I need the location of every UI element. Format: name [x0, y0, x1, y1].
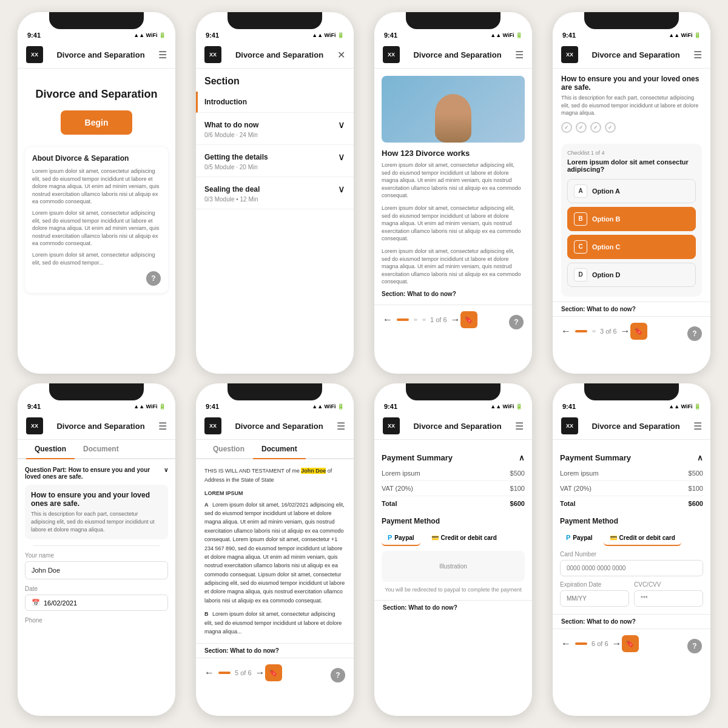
- video-thumbnail[interactable]: ▶: [382, 76, 525, 143]
- option-b-text: Option B: [592, 215, 620, 223]
- menu-getting-sub: 0/5 Module · 20 Min: [204, 164, 345, 170]
- app-title: Divorce and Separation: [235, 422, 323, 431]
- progress-dot-1: [414, 318, 417, 321]
- begin-button[interactable]: Begin: [61, 110, 133, 135]
- status-time: 9:41: [562, 32, 576, 39]
- app-title: Divorce and Separation: [56, 422, 144, 431]
- option-d-letter: D: [574, 268, 587, 281]
- paypal-label: Paypal: [394, 534, 414, 541]
- menu-icon[interactable]: ☰: [693, 420, 702, 432]
- next-arrow[interactable]: →: [612, 638, 622, 649]
- doc-block-a-text: Lorem ipsum dolor sit amet, 16/02/2021 a…: [204, 502, 345, 604]
- page-indicator: 6 of 6: [592, 640, 608, 647]
- total-label: Total: [560, 500, 575, 507]
- payment-row-1: Lorem ipsum $500: [382, 466, 525, 481]
- help-button[interactable]: ?: [509, 315, 524, 329]
- notch: [228, 383, 322, 400]
- status-icons: ▲▲ WiFi 🔋: [490, 32, 522, 38]
- exp-input[interactable]: [560, 590, 629, 607]
- tab-question[interactable]: Question: [204, 440, 253, 459]
- payment-summary-title: Payment Summary ∧: [382, 447, 525, 466]
- progress-active: [575, 642, 587, 645]
- progress-active: [575, 330, 587, 332]
- paypal-tab[interactable]: P Paypal: [382, 530, 420, 546]
- payment-tabs: P Paypal 💳 Credit or debit card: [382, 530, 525, 546]
- option-c-letter: C: [574, 240, 587, 254]
- bookmark-button[interactable]: 🔖: [630, 323, 647, 340]
- paypal-logo: P: [566, 534, 570, 541]
- option-a-letter: A: [574, 184, 587, 198]
- menu-item-intro[interactable]: Introduction: [196, 92, 354, 113]
- question-card: How to ensure you and your loved ones ar…: [25, 485, 168, 539]
- card-tab[interactable]: 💳 Credit or debit card: [425, 530, 503, 546]
- menu-icon[interactable]: ☰: [158, 420, 167, 432]
- payment-method-title: Payment Method: [382, 517, 525, 525]
- check-row: ✓ ✓ ✓ ✓: [553, 122, 710, 139]
- tab-question[interactable]: Question: [26, 440, 75, 459]
- doc-block-b: B Lorem ipsum dolor sit amet, consectetu…: [204, 610, 345, 636]
- menu-item-sealing[interactable]: Sealing the deal ∨ 0/3 Module • 12 Min: [196, 177, 354, 209]
- bookmark-button[interactable]: 🔖: [460, 311, 477, 328]
- progress-dot-2: [422, 318, 426, 321]
- screen-video-content: 9:41 ▲▲ WiFi 🔋 XX Divorce and Separation…: [374, 12, 532, 374]
- menu-icon[interactable]: ☰: [515, 49, 524, 61]
- date-input[interactable]: 📅 16/02/2021: [25, 595, 168, 611]
- prev-arrow[interactable]: ←: [561, 326, 571, 337]
- progress-dot-active: [397, 318, 409, 321]
- checklist-card: Checklist 1 of 4 Lorem ipsum dolor sit a…: [561, 144, 702, 297]
- menu-icon[interactable]: ☰: [158, 49, 167, 61]
- payment-row-total: Total $600: [560, 496, 703, 511]
- welcome-title: Divorce and Separation: [25, 88, 168, 101]
- card-number-input[interactable]: [560, 560, 703, 576]
- next-arrow[interactable]: →: [255, 667, 265, 678]
- chevron-icon: ∨: [338, 183, 345, 195]
- option-a-text: Option A: [592, 187, 620, 195]
- bookmark-button[interactable]: 🔖: [622, 635, 639, 652]
- tab-document[interactable]: Document: [75, 440, 127, 459]
- chevron-icon: ∨: [338, 151, 345, 163]
- payment-value-1: $500: [510, 470, 525, 477]
- cvc-input[interactable]: [634, 590, 703, 607]
- tab-bar: Question Document: [18, 440, 175, 459]
- doc-letter-b: B: [204, 611, 209, 617]
- bookmark-button[interactable]: 🔖: [265, 664, 282, 681]
- person-image: [435, 94, 471, 143]
- next-arrow[interactable]: →: [621, 326, 630, 337]
- intro-label: Introduction: [204, 98, 345, 106]
- payment-value-1: $500: [689, 470, 703, 477]
- menu-icon[interactable]: ☰: [337, 420, 345, 432]
- menu-icon[interactable]: ☰: [693, 49, 702, 61]
- menu-item-getting[interactable]: Getting the details ∨ 0/5 Module · 20 Mi…: [196, 145, 354, 177]
- help-button[interactable]: ?: [146, 271, 161, 286]
- prev-arrow[interactable]: ←: [204, 667, 214, 678]
- doc-intro-text: THIS IS WILL AND TESTAMENT of me: [204, 468, 300, 474]
- prev-arrow[interactable]: ←: [383, 314, 393, 325]
- section-heading: Section: [196, 69, 354, 92]
- nav-bar: ← 3 of 6 → 🔖 ?: [553, 316, 710, 346]
- option-d[interactable]: D Option D: [567, 263, 696, 287]
- help-button[interactable]: ?: [687, 326, 702, 341]
- progress-active: [218, 672, 231, 674]
- option-c[interactable]: C Option C: [567, 235, 696, 259]
- next-arrow[interactable]: →: [451, 314, 460, 325]
- question-part-label: Question Part: How to ensure you and you…: [25, 467, 168, 480]
- prev-arrow[interactable]: ←: [561, 638, 571, 649]
- menu-item-what[interactable]: What to do now ∨ 0/6 Module · 24 Min: [196, 113, 354, 145]
- payment-card-content: Payment Summary ∧ Lorem ipsum $500 VAT (…: [553, 440, 710, 614]
- help-button[interactable]: ?: [331, 668, 345, 682]
- tab-document[interactable]: Document: [253, 440, 306, 459]
- paypal-tab[interactable]: P Paypal: [560, 530, 599, 546]
- check-3: ✓: [590, 122, 601, 133]
- section-label: Section: What to do now?: [196, 643, 354, 658]
- menu-icon[interactable]: ☰: [515, 420, 524, 432]
- card-tab[interactable]: 💳 Credit or debit card: [604, 530, 681, 546]
- page-indicator: 1 of 6: [430, 316, 447, 323]
- name-input[interactable]: John Doe: [25, 561, 168, 579]
- status-icons: ▲▲ WiFi 🔋: [490, 403, 522, 410]
- total-label: Total: [382, 500, 397, 507]
- close-icon[interactable]: ✕: [337, 49, 345, 61]
- help-button[interactable]: ?: [687, 639, 702, 653]
- app-title: Divorce and Separation: [413, 50, 501, 59]
- option-b[interactable]: B Option B: [567, 207, 696, 231]
- option-a[interactable]: A Option A: [567, 179, 696, 203]
